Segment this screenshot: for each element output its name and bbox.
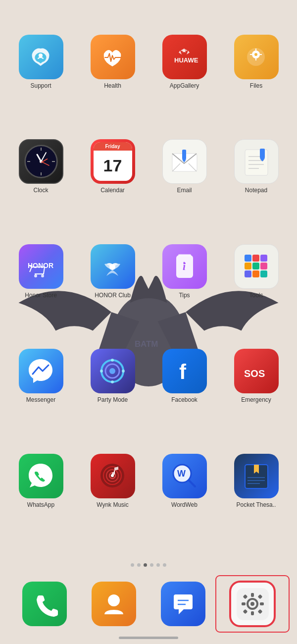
- app-label-tips: Tips: [179, 292, 190, 299]
- app-wordweb[interactable]: W WordWeb: [148, 449, 220, 553]
- svg-rect-55: [260, 270, 267, 277]
- app-label-honorclub: HONOR Club: [95, 292, 131, 299]
- app-whatsapp[interactable]: WhatsApp: [5, 449, 77, 553]
- app-appgallery[interactable]: HUAWEI AppGallery: [148, 30, 220, 134]
- calendar-date: 17: [94, 151, 132, 181]
- app-notepad[interactable]: Notepad: [220, 134, 292, 239]
- app-label-messenger: Messenger: [26, 396, 55, 403]
- dock-phone[interactable]: [10, 578, 79, 630]
- page-dot-3[interactable]: [150, 563, 153, 567]
- svg-point-85: [250, 602, 254, 606]
- svg-point-80: [108, 594, 120, 606]
- svg-text:HUAWEI: HUAWEI: [174, 56, 198, 64]
- app-label-tools: Tools: [249, 292, 263, 299]
- dock: [5, 573, 292, 633]
- page-dot-2[interactable]: [144, 563, 147, 567]
- app-email[interactable]: Email: [148, 134, 220, 239]
- app-facebook[interactable]: f Facebook: [148, 344, 220, 448]
- svg-point-71: [112, 472, 115, 475]
- svg-rect-54: [252, 270, 259, 277]
- svg-rect-50: [245, 263, 251, 269]
- svg-point-39: [34, 274, 37, 277]
- svg-rect-29: [182, 150, 186, 160]
- calendar-day: Friday: [94, 142, 132, 151]
- app-label-whatsapp: WhatsApp: [27, 501, 54, 508]
- app-label-files: Files: [250, 82, 262, 89]
- dock-contacts[interactable]: [79, 578, 148, 630]
- svg-point-12: [254, 53, 257, 56]
- app-partymode[interactable]: Party Mode: [77, 344, 148, 448]
- svg-rect-53: [245, 270, 251, 277]
- svg-text:W: W: [177, 469, 186, 479]
- svg-rect-51: [252, 263, 259, 269]
- app-tools[interactable]: Tools: [220, 239, 292, 344]
- app-grid: Support Health HUAWEI: [0, 20, 297, 558]
- app-label-honorstore: Honor Store: [25, 292, 57, 299]
- svg-text:SOS: SOS: [244, 368, 265, 379]
- svg-rect-86: [251, 593, 254, 597]
- dock-messages[interactable]: [148, 578, 218, 630]
- dock-settings[interactable]: [218, 578, 287, 630]
- app-tips[interactable]: i Tips: [148, 239, 220, 344]
- app-support[interactable]: Support: [5, 30, 77, 134]
- svg-point-62: [111, 380, 114, 383]
- app-label-partymode: Party Mode: [98, 396, 128, 403]
- app-label-calendar: Calendar: [100, 187, 125, 194]
- app-label-appgallery: AppGallery: [170, 82, 199, 89]
- app-honorstore[interactable]: HONOR Honor Store: [5, 239, 77, 344]
- page-indicators: [5, 563, 292, 567]
- home-screen: Support Health HUAWEI: [0, 20, 297, 644]
- svg-rect-44: [178, 254, 191, 256]
- app-clock[interactable]: Clock: [5, 134, 77, 239]
- app-label-emergency: Emergency: [241, 396, 271, 403]
- app-honorclub[interactable]: HONOR Club: [77, 239, 148, 344]
- home-indicator[interactable]: [5, 633, 292, 644]
- app-label-support: Support: [30, 82, 51, 89]
- app-label-pocketthesaurus: Pocket Thesa..: [237, 501, 276, 508]
- svg-rect-88: [242, 602, 246, 605]
- app-messenger[interactable]: Messenger: [5, 344, 77, 448]
- page-dot-1[interactable]: [137, 563, 141, 567]
- svg-point-59: [111, 359, 114, 362]
- svg-rect-49: [260, 255, 267, 262]
- app-pocketthesaurus[interactable]: Pocket Thesa..: [220, 449, 292, 553]
- svg-rect-89: [260, 602, 264, 605]
- svg-point-58: [109, 368, 115, 374]
- app-label-notepad: Notepad: [245, 187, 267, 194]
- app-label-facebook: Facebook: [171, 396, 198, 403]
- app-health[interactable]: Health: [77, 30, 148, 134]
- page-dot-5[interactable]: [163, 563, 166, 567]
- page-dot-0[interactable]: [131, 563, 134, 567]
- app-wynkmusic[interactable]: Wynk Music: [77, 449, 148, 553]
- app-emergency[interactable]: SOS Emergency: [220, 344, 292, 448]
- svg-rect-48: [252, 255, 259, 262]
- home-bar: [119, 637, 178, 639]
- svg-point-42: [109, 264, 115, 270]
- svg-point-60: [122, 370, 125, 373]
- app-label-clock: Clock: [33, 187, 48, 194]
- svg-point-40: [41, 274, 44, 277]
- app-calendar[interactable]: Friday 17 Calendar: [77, 134, 148, 239]
- svg-rect-36: [260, 149, 265, 159]
- dock-container: [0, 558, 297, 644]
- svg-rect-47: [245, 255, 251, 262]
- svg-point-8: [39, 54, 43, 57]
- page-dot-4[interactable]: [156, 563, 160, 567]
- app-label-wynkmusic: Wynk Music: [97, 501, 129, 508]
- svg-point-25: [40, 160, 43, 163]
- app-label-health: Health: [104, 82, 121, 89]
- app-label-email: Email: [177, 187, 192, 194]
- app-label-wordweb: WordWeb: [171, 501, 198, 508]
- app-files[interactable]: Files: [220, 30, 292, 134]
- svg-point-61: [100, 370, 103, 373]
- svg-text:f: f: [179, 360, 187, 383]
- svg-rect-52: [260, 263, 267, 269]
- svg-rect-87: [251, 611, 254, 615]
- svg-line-74: [189, 481, 195, 486]
